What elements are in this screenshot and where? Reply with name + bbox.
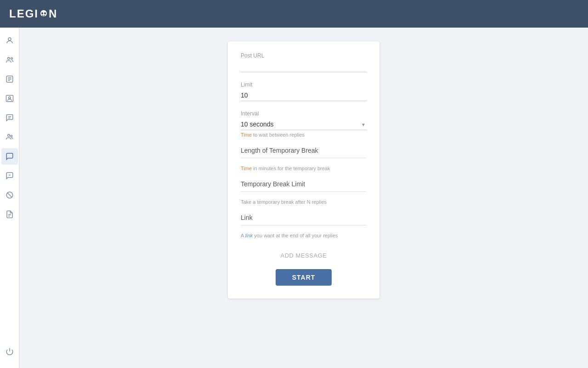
length-break-label: Length of Temporary Break [241, 147, 367, 154]
hint-wait-text: to wait between replies [252, 132, 305, 138]
break-limit-field: Temporary Break Limit Take a temporary b… [241, 180, 367, 205]
link-field: Link A link you want at the end of all y… [241, 214, 367, 238]
form-card: Post URL Limit Interval 5 seconds 10 sec… [228, 41, 379, 299]
sidebar-item-docs[interactable] [1, 206, 18, 223]
content-area: Post URL Limit Interval 5 seconds 10 sec… [19, 28, 588, 368]
post-url-label: Post URL [241, 52, 367, 59]
profile-icon [6, 36, 14, 45]
link-section: Link [241, 214, 367, 225]
chat2-icon [6, 172, 14, 180]
campaigns-icon [6, 75, 14, 83]
messages-icon [6, 114, 14, 122]
length-break-section: Length of Temporary Break [241, 147, 367, 158]
break-limit-label: Temporary Break Limit [241, 180, 367, 188]
sidebar-item-users[interactable] [1, 52, 18, 68]
svg-point-8 [11, 58, 12, 59]
logo-text: LEGI N [9, 7, 57, 20]
team-icon [6, 133, 14, 141]
break-limit-hint: Take a temporary break after N replies [241, 199, 367, 205]
sidebar-item-chat2[interactable] [1, 167, 18, 184]
link-hint: A link you want at the end of all your r… [241, 233, 367, 238]
break-hint-text: Take a temporary break after N replies [241, 199, 327, 205]
hint-time-word: Time [241, 132, 252, 138]
users-icon [6, 56, 14, 64]
block-icon [6, 191, 14, 199]
docs-icon [6, 210, 14, 218]
hint-time-word2: Time [241, 166, 252, 171]
interval-select[interactable]: 5 seconds 10 seconds 15 seconds 30 secon… [241, 119, 367, 130]
start-button[interactable]: START [276, 269, 332, 286]
limit-label: Limit [241, 81, 367, 88]
main-layout: Post URL Limit Interval 5 seconds 10 sec… [0, 28, 588, 368]
logo: LEGI N [9, 7, 57, 20]
svg-point-1 [41, 12, 43, 15]
limit-field: Limit [241, 81, 367, 101]
sidebar-item-chat[interactable] [1, 148, 18, 165]
limit-input[interactable] [241, 90, 367, 101]
hint-minutes-text: in minutes for [252, 166, 285, 171]
sidebar-item-profile[interactable] [1, 32, 18, 49]
link-label: Link [241, 214, 367, 221]
hint-break-text: the temporary break [285, 166, 330, 171]
svg-point-2 [44, 12, 46, 15]
topbar: LEGI N [0, 0, 588, 28]
svg-point-14 [8, 97, 11, 99]
svg-line-21 [7, 193, 12, 198]
chat-icon [6, 152, 14, 161]
interval-label: Interval [241, 110, 367, 117]
sidebar-item-block[interactable] [1, 187, 18, 203]
post-url-input[interactable] [241, 61, 367, 72]
link-hint-link: link [245, 233, 253, 238]
break-limit-section: Temporary Break Limit [241, 180, 367, 192]
interval-hint: Time to wait between replies [241, 132, 367, 138]
link-hint-prefix: A [241, 233, 245, 238]
contacts-icon [6, 94, 14, 103]
link-hint-suffix: you want at the end of all your replies [253, 233, 338, 238]
interval-field: Interval 5 seconds 10 seconds 15 seconds… [241, 110, 367, 138]
sidebar-item-messages[interactable] [1, 109, 18, 126]
length-break-field: Length of Temporary Break Time in minute… [241, 147, 367, 171]
start-button-container: START [241, 269, 367, 286]
svg-point-17 [7, 134, 10, 137]
svg-point-7 [7, 58, 10, 60]
svg-point-6 [8, 38, 11, 40]
power-icon [6, 347, 14, 356]
sidebar [0, 28, 19, 368]
post-url-field: Post URL [241, 52, 367, 72]
sidebar-item-campaigns[interactable] [1, 71, 18, 87]
length-break-hint: Time in minutes for the temporary break [241, 166, 367, 171]
skull-icon [40, 9, 48, 18]
add-message-button[interactable]: ADD MESSAGE [241, 247, 367, 264]
sidebar-item-contacts[interactable] [1, 90, 18, 107]
sidebar-item-power[interactable] [1, 343, 18, 360]
interval-select-wrapper: 5 seconds 10 seconds 15 seconds 30 secon… [241, 119, 367, 130]
sidebar-item-team[interactable] [1, 129, 18, 145]
svg-point-18 [10, 135, 12, 137]
